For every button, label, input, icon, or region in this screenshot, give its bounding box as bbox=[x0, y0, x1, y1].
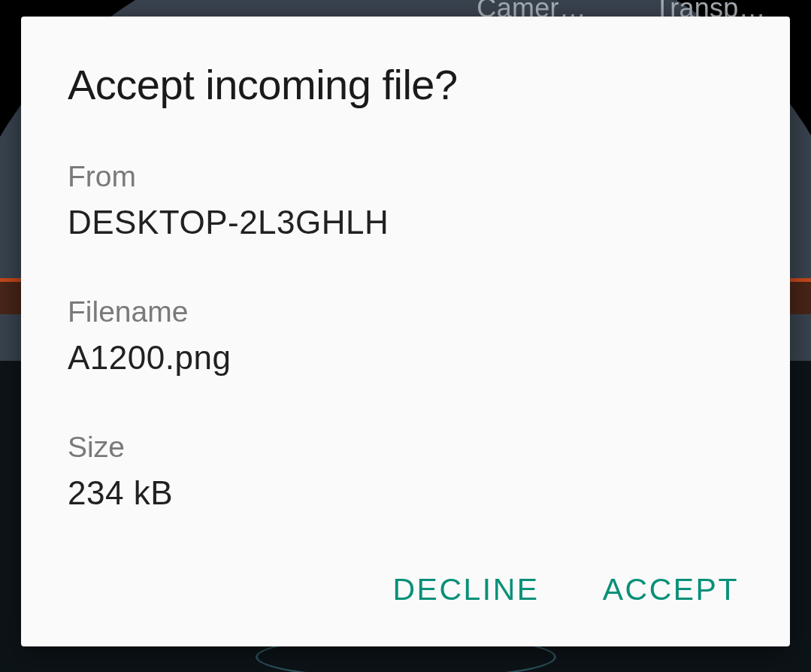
from-value: DESKTOP-2L3GHLH bbox=[68, 204, 743, 241]
incoming-file-dialog: Accept incoming file? From DESKTOP-2L3GH… bbox=[21, 17, 790, 646]
size-field-group: Size 234 kB bbox=[68, 431, 743, 512]
accept-button[interactable]: ACCEPT bbox=[600, 566, 742, 613]
from-field-group: From DESKTOP-2L3GHLH bbox=[68, 160, 743, 241]
size-label: Size bbox=[68, 431, 743, 464]
filename-value: A1200.png bbox=[68, 339, 743, 377]
decline-button[interactable]: DECLINE bbox=[389, 566, 542, 613]
dialog-title: Accept incoming file? bbox=[68, 60, 743, 109]
filename-label: Filename bbox=[68, 295, 743, 328]
filename-field-group: Filename A1200.png bbox=[68, 295, 743, 377]
size-value: 234 kB bbox=[68, 474, 743, 512]
dialog-actions: DECLINE ACCEPT bbox=[68, 566, 743, 613]
from-label: From bbox=[68, 160, 743, 193]
